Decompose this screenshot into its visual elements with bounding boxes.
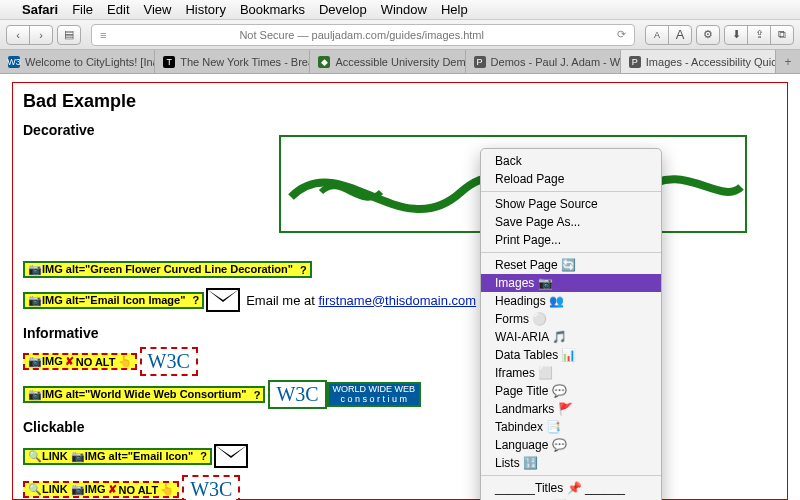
email-icon[interactable]	[214, 444, 248, 468]
download-button[interactable]: ⬇	[724, 25, 748, 45]
w3c-badge[interactable]: W3C	[182, 475, 240, 500]
share-button[interactable]: ⇪	[747, 25, 771, 45]
context-menu-item[interactable]: Reload Page	[481, 170, 661, 188]
context-menu[interactable]: BackReload PageShow Page SourceSave Page…	[480, 148, 662, 500]
font-smaller-button[interactable]: A	[645, 25, 669, 45]
link-alt-annotation: 🔍LINK 📷IMG alt="Email Icon" ?	[23, 448, 212, 465]
tab-1[interactable]: TThe New York Times - Breaking News,...	[155, 50, 310, 73]
context-menu-item[interactable]: ______Titles 📌 ______	[481, 479, 661, 497]
context-menu-item[interactable]: Images 📷	[481, 274, 661, 292]
menu-bookmarks[interactable]: Bookmarks	[240, 2, 305, 17]
sidebar-button[interactable]: ▤	[57, 25, 81, 45]
reader-icon[interactable]: ≡	[100, 29, 106, 41]
w3c-badge: W3C	[140, 347, 198, 376]
address-bar[interactable]: ≡ Not Secure — pauljadam.com/guides/imag…	[91, 24, 635, 46]
tab-0[interactable]: W3Welcome to CityLights! [Inaccessibl...	[0, 50, 155, 73]
heading-clickable: Clickable	[23, 419, 777, 435]
new-tab-button[interactable]: +	[776, 50, 800, 73]
email-text: Email me at firstname@thisdomain.com	[246, 293, 476, 308]
tab-2[interactable]: ◆Accessible University Demo Site - A...	[310, 50, 465, 73]
toolbar: ‹ › ▤ ≡ Not Secure — pauljadam.com/guide…	[0, 20, 800, 50]
reload-icon[interactable]: ⟳	[617, 28, 626, 41]
context-menu-item[interactable]: Lists 🔢	[481, 454, 661, 472]
context-menu-item[interactable]: Data Tables 📊	[481, 346, 661, 364]
menu-view[interactable]: View	[144, 2, 172, 17]
context-menu-separator	[481, 191, 661, 192]
favicon-icon: P	[629, 56, 641, 68]
page-content: Bad Example Decorative 📷IMG alt="Green F…	[12, 82, 788, 500]
alt-annotation: 📷IMG alt="Email Icon Image" ?	[23, 292, 204, 309]
context-menu-item[interactable]: Landmarks 🚩	[481, 400, 661, 418]
tab-label: Demos - Paul J. Adam - Web & Mo...	[491, 56, 621, 68]
tab-label: Images - Accessibility Quick Guide	[646, 56, 776, 68]
context-menu-item[interactable]: Reset Page 🔄	[481, 256, 661, 274]
context-menu-item[interactable]: Headings 👥	[481, 292, 661, 310]
font-larger-button[interactable]: A	[668, 25, 692, 45]
w3c-text-badge: WORLD WIDE WEBc o n s o r t i u m	[327, 382, 422, 407]
heading-bad-example: Bad Example	[23, 91, 777, 112]
tab-strip: W3Welcome to CityLights! [Inaccessibl...…	[0, 50, 800, 74]
alt-annotation: 📷IMG alt="World Wide Web Consortium" ?	[23, 386, 265, 403]
tab-label: Welcome to CityLights! [Inaccessibl...	[25, 56, 155, 68]
context-menu-item[interactable]: Save Page As...	[481, 213, 661, 231]
context-menu-item[interactable]: Page Title 💬	[481, 382, 661, 400]
tab-3[interactable]: PDemos - Paul J. Adam - Web & Mo...	[466, 50, 621, 73]
heading-informative: Informative	[23, 325, 777, 341]
settings-button[interactable]: ⚙︎	[696, 25, 720, 45]
context-menu-item[interactable]: Language 💬	[481, 436, 661, 454]
context-menu-item[interactable]: Back	[481, 152, 661, 170]
tab-label: The New York Times - Breaking News,...	[180, 56, 310, 68]
alt-annotation: 📷IMG alt="Green Flower Curved Line Decor…	[23, 261, 312, 278]
forward-button[interactable]: ›	[29, 25, 53, 45]
url-text: Not Secure — pauljadam.com/guides/images…	[112, 29, 611, 41]
viewport: Bad Example Decorative 📷IMG alt="Green F…	[0, 74, 800, 500]
menu-file[interactable]: File	[72, 2, 93, 17]
email-icon	[206, 288, 240, 312]
context-menu-item[interactable]: Show Page Source	[481, 195, 661, 213]
context-menu-item[interactable]: Print Page...	[481, 231, 661, 249]
favicon-icon: W3	[8, 56, 20, 68]
back-button[interactable]: ‹	[6, 25, 30, 45]
context-menu-item[interactable]: Forms ⚪	[481, 310, 661, 328]
context-menu-separator	[481, 252, 661, 253]
favicon-icon: ◆	[318, 56, 330, 68]
favicon-icon: P	[474, 56, 486, 68]
context-menu-separator	[481, 475, 661, 476]
menu-safari[interactable]: Safari	[22, 2, 58, 17]
context-menu-item[interactable]: WAI-ARIA 🎵	[481, 328, 661, 346]
email-link[interactable]: firstname@thisdomain.com	[318, 293, 476, 308]
menu-help[interactable]: Help	[441, 2, 468, 17]
link-no-alt-annotation: 🔍LINK 📷IMG✘NO ALT👆	[23, 481, 179, 498]
menu-bar: Safari File Edit View History Bookmarks …	[0, 0, 800, 20]
no-alt-annotation: 📷IMG✘NO ALT👆	[23, 353, 137, 370]
context-menu-item[interactable]: Tabindex 📑	[481, 418, 661, 436]
context-menu-item[interactable]: Iframes ⬜	[481, 364, 661, 382]
favicon-icon: T	[163, 56, 175, 68]
menu-history[interactable]: History	[185, 2, 225, 17]
tabs-button[interactable]: ⧉	[770, 25, 794, 45]
tab-4-active[interactable]: PImages - Accessibility Quick Guide	[621, 50, 776, 73]
w3c-badge: W3C	[268, 380, 326, 409]
tab-label: Accessible University Demo Site - A...	[335, 56, 465, 68]
menu-window[interactable]: Window	[381, 2, 427, 17]
menu-develop[interactable]: Develop	[319, 2, 367, 17]
menu-edit[interactable]: Edit	[107, 2, 129, 17]
